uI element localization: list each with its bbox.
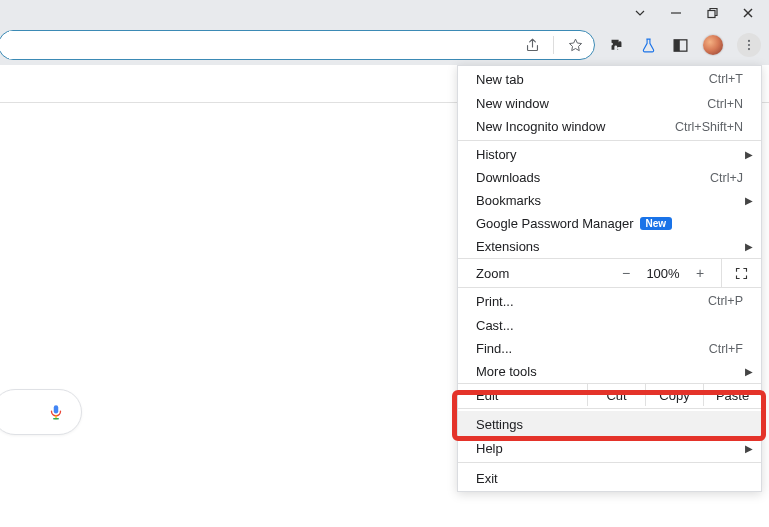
menu-item-new-incognito[interactable]: New Incognito window Ctrl+Shift+N [458, 115, 761, 138]
menu-label: Exit [476, 471, 498, 486]
menu-item-cast[interactable]: Cast... [458, 314, 761, 337]
menu-item-new-tab[interactable]: New tab Ctrl+T [458, 66, 761, 92]
chevron-down-icon[interactable] [631, 4, 649, 22]
browser-toolbar [0, 25, 769, 65]
puzzle-icon[interactable] [607, 36, 625, 54]
zoom-value: 100% [641, 266, 685, 281]
chevron-right-icon: ▶ [745, 366, 753, 377]
menu-label: Print... [476, 294, 514, 309]
omnibox-divider [553, 36, 554, 54]
menu-item-exit[interactable]: Exit [458, 465, 761, 491]
menu-label: New tab [476, 72, 524, 87]
menu-item-settings[interactable]: Settings [458, 411, 761, 437]
menu-label: History [476, 147, 516, 162]
zoom-out-button[interactable]: − [611, 265, 641, 281]
menu-label: Extensions [476, 239, 540, 254]
paste-button[interactable]: Paste [703, 384, 761, 406]
menu-item-bookmarks[interactable]: Bookmarks ▶ [458, 189, 761, 212]
svg-point-6 [748, 40, 750, 42]
menu-label: Bookmarks [476, 193, 541, 208]
address-input[interactable] [9, 31, 511, 59]
menu-item-find[interactable]: Find... Ctrl+F [458, 337, 761, 360]
menu-item-edit: Edit Cut Copy Paste [458, 383, 761, 406]
mic-icon [47, 401, 65, 423]
menu-label: Cast... [476, 318, 514, 333]
maximize-restore-icon[interactable] [703, 4, 721, 22]
menu-label: Find... [476, 341, 512, 356]
menu-label: New Incognito window [476, 119, 605, 134]
menu-separator [458, 462, 761, 463]
star-icon[interactable] [566, 36, 584, 54]
menu-separator [458, 140, 761, 141]
chevron-right-icon: ▶ [745, 443, 753, 454]
menu-item-history[interactable]: History ▶ [458, 143, 761, 166]
chrome-menu-button[interactable] [737, 33, 761, 57]
menu-item-help[interactable]: Help ▶ [458, 437, 761, 460]
menu-shortcut: Ctrl+P [708, 294, 743, 308]
menu-label: New window [476, 96, 549, 111]
menu-label: Downloads [476, 170, 540, 185]
edit-label: Edit [458, 388, 587, 403]
zoom-in-button[interactable]: + [685, 265, 715, 281]
chrome-main-menu: New tab Ctrl+T New window Ctrl+N New Inc… [457, 65, 762, 492]
reading-list-icon[interactable] [671, 36, 689, 54]
menu-shortcut: Ctrl+F [709, 342, 743, 356]
menu-label: Settings [476, 417, 523, 432]
toolbar-actions [595, 33, 761, 57]
copy-button[interactable]: Copy [645, 384, 703, 406]
svg-point-8 [748, 48, 750, 50]
menu-shortcut: Ctrl+N [707, 97, 743, 111]
profile-avatar[interactable] [703, 35, 723, 55]
menu-shortcut: Ctrl+J [710, 171, 743, 185]
fullscreen-button[interactable] [721, 258, 761, 288]
voice-search[interactable] [0, 389, 82, 435]
menu-item-extensions[interactable]: Extensions ▶ [458, 235, 761, 258]
chevron-right-icon: ▶ [745, 149, 753, 160]
menu-shortcut: Ctrl+T [709, 72, 743, 86]
menu-item-password-manager[interactable]: Google Password Manager New [458, 212, 761, 235]
new-badge: New [640, 217, 673, 230]
menu-item-downloads[interactable]: Downloads Ctrl+J [458, 166, 761, 189]
menu-item-print[interactable]: Print... Ctrl+P [458, 288, 761, 314]
close-icon[interactable] [739, 4, 757, 22]
menu-item-zoom: Zoom − 100% + [458, 258, 761, 288]
menu-label: Help [476, 441, 503, 456]
omnibox [0, 30, 595, 60]
chevron-right-icon: ▶ [745, 195, 753, 206]
minimize-icon[interactable] [667, 4, 685, 22]
menu-separator [458, 408, 761, 409]
flask-icon[interactable] [639, 36, 657, 54]
chevron-right-icon: ▶ [745, 241, 753, 252]
svg-rect-1 [708, 10, 715, 17]
cut-button[interactable]: Cut [587, 384, 645, 406]
menu-item-new-window[interactable]: New window Ctrl+N [458, 92, 761, 115]
menu-label: Google Password Manager [476, 216, 634, 231]
menu-label: More tools [476, 364, 537, 379]
window-titlebar [0, 0, 769, 25]
svg-point-7 [748, 44, 750, 46]
zoom-label: Zoom [458, 266, 611, 281]
menu-item-more-tools[interactable]: More tools ▶ [458, 360, 761, 383]
svg-rect-5 [674, 39, 680, 50]
share-icon[interactable] [523, 36, 541, 54]
menu-shortcut: Ctrl+Shift+N [675, 120, 743, 134]
